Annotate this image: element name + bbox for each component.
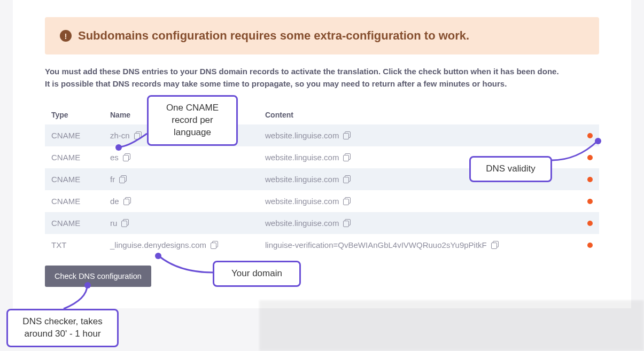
cell-name: _linguise.denydesigns.com <box>104 234 259 256</box>
instructions-text: You must add these DNS entries to your D… <box>45 65 599 90</box>
annotation-dot <box>155 253 161 259</box>
cell-name: es <box>104 146 259 168</box>
alert-title: Subdomains configuration requires some e… <box>78 29 469 43</box>
cell-name: de <box>104 190 259 212</box>
annotation-validity: DNS validity <box>469 156 552 182</box>
copy-icon[interactable] <box>343 175 351 183</box>
col-header-content: Content <box>259 105 578 124</box>
copy-icon[interactable] <box>121 219 129 227</box>
cell-content-text: website.linguise.com <box>265 175 339 184</box>
check-dns-button[interactable]: Check DNS configuration <box>45 266 151 287</box>
cell-name: ru <box>104 212 259 234</box>
cell-name: fr <box>104 168 259 190</box>
dns-config-panel: ! Subdomains configuration requires some… <box>13 0 631 308</box>
copy-icon[interactable] <box>123 153 130 161</box>
cell-content-text: website.linguise.com <box>265 197 339 206</box>
cell-status <box>578 190 599 212</box>
instructions-line-2: It is possible that DNS records may take… <box>45 77 599 90</box>
cell-content: linguise-verification=QvBeWIAnGbL4vIVWQR… <box>259 234 578 256</box>
cell-status <box>578 146 599 168</box>
annotation-dot <box>84 282 91 288</box>
status-dot-icon <box>587 155 593 160</box>
annotation-dot <box>115 144 122 151</box>
cell-status <box>578 212 599 234</box>
cell-content-text: linguise-verification=QvBeWIAnGbL4vIVWQR… <box>265 240 487 249</box>
annotation-domain: Your domain <box>213 261 301 287</box>
cell-name-text: _linguise.denydesigns.com <box>110 240 206 249</box>
col-header-type: Type <box>45 105 104 124</box>
cell-content: website.linguise.com <box>259 212 578 234</box>
copy-icon[interactable] <box>491 241 499 248</box>
copy-icon[interactable] <box>211 241 218 248</box>
cell-status <box>578 234 599 256</box>
shadow <box>259 300 644 351</box>
copy-icon[interactable] <box>119 175 127 183</box>
status-dot-icon <box>587 177 593 182</box>
cell-content-text: website.linguise.com <box>265 131 339 140</box>
annotation-dot <box>595 138 601 144</box>
status-dot-icon <box>587 221 593 226</box>
table-row: CNAMEzh-cnwebsite.linguise.com <box>45 124 599 146</box>
cell-type: TXT <box>45 234 104 256</box>
cell-type: CNAME <box>45 124 104 146</box>
col-header-status <box>578 105 599 124</box>
alert-banner: ! Subdomains configuration requires some… <box>45 17 599 54</box>
copy-icon[interactable] <box>123 197 131 205</box>
status-dot-icon <box>587 199 593 204</box>
exclamation-icon: ! <box>60 30 72 42</box>
cell-name-text: de <box>110 197 119 206</box>
status-dot-icon <box>587 133 593 138</box>
cell-name-text: zh-cn <box>110 131 130 140</box>
table-row: TXT_linguise.denydesigns.comlinguise-ver… <box>45 234 599 256</box>
cell-name-text: fr <box>110 175 115 184</box>
cell-type: CNAME <box>45 168 104 190</box>
cell-name-text: ru <box>110 219 117 228</box>
table-row: CNAMEdewebsite.linguise.com <box>45 190 599 212</box>
instructions-line-1: You must add these DNS entries to your D… <box>45 65 599 77</box>
cell-name-text: es <box>110 153 119 162</box>
copy-icon[interactable] <box>343 197 351 205</box>
cell-type: CNAME <box>45 190 104 212</box>
table-row: CNAMEruwebsite.linguise.com <box>45 212 599 234</box>
status-dot-icon <box>587 243 593 248</box>
copy-icon[interactable] <box>343 219 351 227</box>
annotation-checker: DNS checker, takes around 30' - 1 hour <box>6 309 119 347</box>
cell-content: website.linguise.com <box>259 124 578 146</box>
annotation-cname: One CNAME record per language <box>147 95 238 146</box>
copy-icon[interactable] <box>343 153 351 161</box>
cell-content-text: website.linguise.com <box>265 153 339 162</box>
cell-content-text: website.linguise.com <box>265 219 339 228</box>
copy-icon[interactable] <box>343 131 351 139</box>
cell-type: CNAME <box>45 212 104 234</box>
cell-type: CNAME <box>45 146 104 168</box>
cell-content: website.linguise.com <box>259 190 578 212</box>
cell-status <box>578 168 599 190</box>
copy-icon[interactable] <box>134 131 142 139</box>
